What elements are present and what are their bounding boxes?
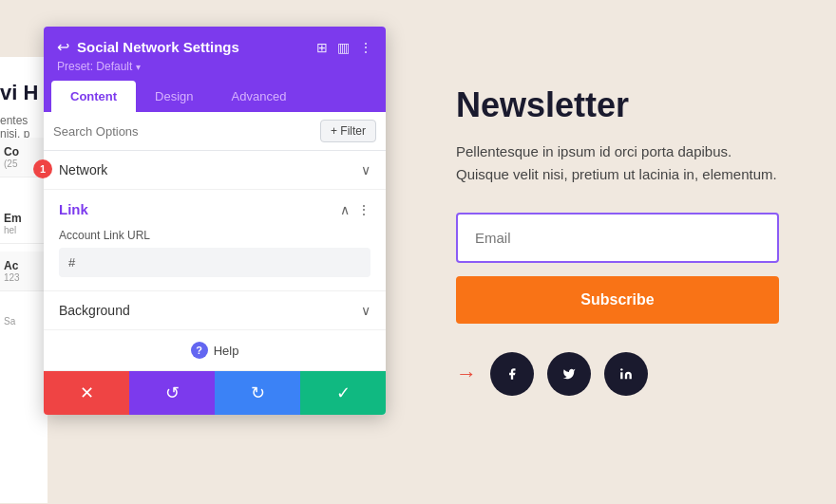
settings-panel: ↩ Social Network Settings ⊞ ▥ ⋮ Preset: … bbox=[44, 27, 386, 415]
panel-body: Network ∨ Link ∧ ⋮ Account Link URL Back… bbox=[44, 151, 386, 415]
account-link-input[interactable] bbox=[59, 248, 370, 277]
undo-button[interactable]: ↺ bbox=[129, 371, 215, 415]
svg-point-0 bbox=[620, 368, 622, 370]
search-input[interactable] bbox=[53, 124, 320, 139]
subscribe-button[interactable]: Subscribe bbox=[456, 276, 779, 324]
link-more-icon[interactable]: ⋮ bbox=[357, 202, 370, 217]
contact-item-4: Sa bbox=[0, 308, 48, 334]
panel-title: Social Network Settings bbox=[77, 39, 239, 55]
background-chevron: ∨ bbox=[361, 303, 370, 318]
newsletter-title: Newsletter bbox=[456, 85, 779, 125]
link-section: Link ∧ ⋮ Account Link URL bbox=[44, 190, 386, 291]
help-label: Help bbox=[214, 344, 239, 358]
redo-button[interactable]: ↻ bbox=[215, 371, 300, 415]
contact-item-3: Ac 123 bbox=[0, 252, 48, 291]
cancel-button[interactable]: ✕ bbox=[44, 371, 129, 415]
social-row: → bbox=[456, 352, 779, 396]
partial-text-1: entesnisi, p bbox=[0, 114, 48, 140]
expand-icon[interactable]: ⊞ bbox=[316, 40, 328, 55]
background-section[interactable]: Background ∨ bbox=[44, 291, 386, 330]
newsletter-section: Newsletter Pellentesque in ipsum id orci… bbox=[418, 57, 817, 424]
preset-label[interactable]: Preset: Default bbox=[57, 60, 132, 73]
account-link-label: Account Link URL bbox=[59, 229, 370, 242]
link-header[interactable]: Link ∧ ⋮ bbox=[44, 190, 386, 225]
panel-header: ↩ Social Network Settings ⊞ ▥ ⋮ Preset: … bbox=[44, 27, 386, 81]
tab-design[interactable]: Design bbox=[136, 81, 212, 112]
twitter-button[interactable] bbox=[547, 352, 591, 396]
link-label: Link bbox=[59, 201, 88, 217]
back-icon[interactable]: ↩ bbox=[57, 38, 69, 56]
network-chevron: ∨ bbox=[361, 162, 370, 177]
search-bar: + Filter bbox=[44, 112, 386, 151]
arrow-icon: → bbox=[456, 362, 477, 386]
contact-item-2: Em hel bbox=[0, 204, 48, 244]
action-bar: ✕ ↺ ↻ ✓ bbox=[44, 371, 386, 415]
contact-badge: 1 bbox=[33, 159, 52, 178]
columns-icon[interactable]: ▥ bbox=[337, 40, 350, 55]
email-input[interactable] bbox=[456, 213, 779, 263]
tab-advanced[interactable]: Advanced bbox=[213, 81, 306, 112]
link-content: Account Link URL bbox=[44, 225, 386, 290]
background-label: Background bbox=[59, 303, 130, 318]
confirm-button[interactable]: ✓ bbox=[300, 371, 386, 415]
tab-content[interactable]: Content bbox=[51, 81, 136, 112]
link-collapse-icon[interactable]: ∧ bbox=[340, 202, 350, 217]
panel-tabs: Content Design Advanced bbox=[44, 81, 386, 112]
help-button[interactable]: ? Help bbox=[191, 342, 239, 359]
linkedin-button[interactable] bbox=[604, 352, 648, 396]
network-label: Network bbox=[59, 162, 107, 177]
filter-button[interactable]: + Filter bbox=[320, 120, 376, 142]
help-icon: ? bbox=[191, 342, 208, 359]
newsletter-description: Pellentesque in ipsum id orci porta dapi… bbox=[456, 140, 779, 186]
network-section[interactable]: Network ∨ bbox=[44, 151, 386, 190]
help-row: ? Help bbox=[44, 330, 386, 371]
preset-arrow[interactable]: ▾ bbox=[136, 62, 141, 72]
more-icon[interactable]: ⋮ bbox=[359, 40, 372, 55]
facebook-button[interactable] bbox=[490, 352, 534, 396]
partial-heading: vi H bbox=[0, 81, 48, 105]
